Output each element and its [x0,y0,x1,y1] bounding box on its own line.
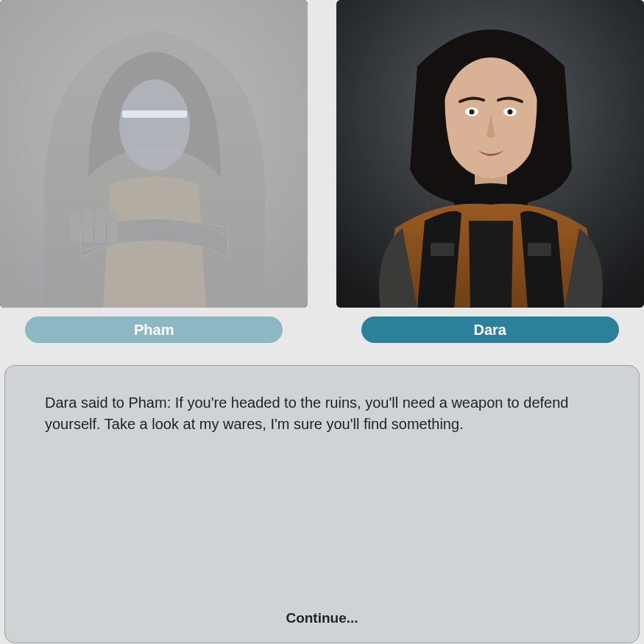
character-name-left: Pham [134,322,174,339]
portrait-pham [0,0,308,308]
svg-rect-2 [122,110,187,118]
portrait-pham-art [0,0,308,308]
name-pill-right: Dara [361,316,619,343]
svg-rect-0 [0,0,308,308]
svg-rect-14 [431,243,454,256]
svg-rect-6 [107,210,118,243]
svg-rect-15 [528,243,551,256]
svg-point-1 [119,79,190,171]
continue-button[interactable]: Continue... [45,610,599,631]
dialog-box: Dara said to Pham: If you're headed to t… [4,365,640,643]
svg-rect-3 [70,213,80,243]
name-pill-left: Pham [25,316,283,343]
svg-rect-4 [82,210,93,243]
portrait-dara [336,0,644,308]
svg-point-12 [469,110,474,115]
portrait-row: Pham [0,0,644,343]
character-name-right: Dara [474,322,506,339]
svg-rect-5 [95,208,105,243]
portrait-dara-art [336,0,644,308]
character-right: Dara [336,0,645,343]
svg-point-13 [507,110,512,115]
character-left: Pham [0,0,308,343]
dialog-text: Dara said to Pham: If you're headed to t… [45,392,599,435]
